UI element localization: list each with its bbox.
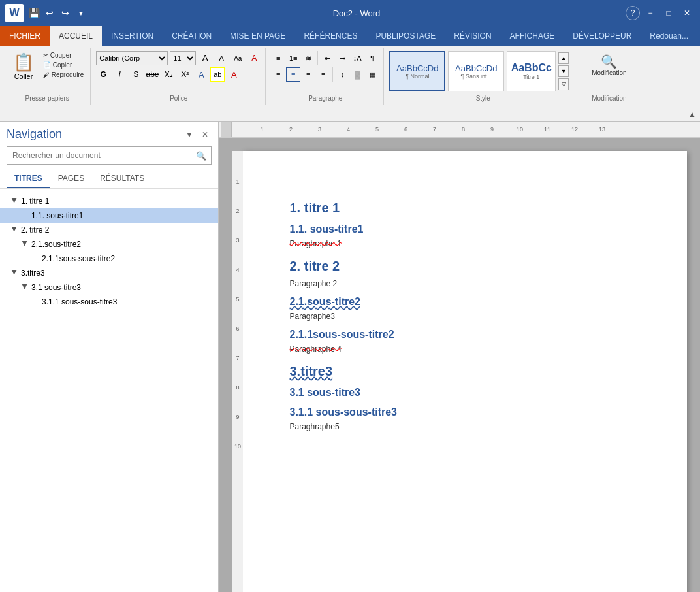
line-spacing-button[interactable]: ↕	[335, 67, 349, 82]
strikethrough-button[interactable]: abc	[145, 67, 159, 82]
save-button[interactable]: 💾	[27, 7, 40, 20]
tree-item-label: 3.1 sous-titre3	[31, 283, 81, 292]
heading-2-sous-titre3: 3.1 sous-titre3	[290, 387, 640, 399]
restore-button[interactable]: □	[661, 5, 676, 21]
show-marks-button[interactable]: ¶	[365, 51, 379, 65]
tab-developpeur[interactable]: DÉVELOPPEUR	[564, 26, 641, 46]
paste-button[interactable]: 📋 Coller	[8, 51, 39, 82]
ribbon: FICHIER ACCUEIL INSERTION CRÉATION MISE …	[0, 26, 700, 122]
tree-item-sous-sous-titre3[interactable]: 3.1.1 sous-sous-titre3	[0, 295, 218, 309]
tree-item-titre1[interactable]: ▶ 1. titre 1	[0, 194, 218, 208]
undo-button[interactable]: ↩	[43, 7, 56, 20]
tab-redouan[interactable]: Redouan...	[641, 26, 697, 46]
para-controls: ≡ 1≡ ≋ ⇤ ⇥ ↕A ¶ ≡ ≡ ≡ ≡	[271, 51, 379, 82]
style-scroll-controls: ▲ ▼ ▽	[558, 52, 569, 90]
multilevel-list-button[interactable]: ≋	[301, 51, 315, 65]
clear-format-button[interactable]: A	[247, 51, 261, 65]
tree-item-sous-titre3[interactable]: ▶ 3.1 sous-titre3	[0, 280, 218, 295]
main-area: Navigation ▼ ✕ 🔍 TITRES PAGES RÉSULTATS …	[0, 122, 700, 592]
style-scroll-down-button[interactable]: ▼	[558, 65, 569, 77]
ribbon-content: 📋 Coller ✂ Couper 📄 Copier 🖌 Reproduire …	[0, 46, 700, 107]
nav-tab-pages[interactable]: PAGES	[50, 170, 92, 188]
tab-affichage[interactable]: AFFICHAGE	[501, 26, 564, 46]
navigation-controls: ▼ ✕	[183, 128, 212, 141]
tree-item-label: 1.1. sous-titre1	[31, 211, 83, 220]
redo-button[interactable]: ↪	[59, 7, 72, 20]
search-icon[interactable]: 🔍	[196, 151, 206, 161]
document-scroll[interactable]: 1 2 3 4 5 6 7 8 9 10 1. titre 1 1.1. sou…	[219, 138, 700, 592]
justify-button[interactable]: ≡	[316, 67, 330, 82]
nav-tab-titres[interactable]: TITRES	[7, 170, 50, 188]
font-family-select[interactable]: Calibri (Corp	[96, 51, 168, 65]
style-sans-interligne-button[interactable]: AaBbCcDd ¶ Sans int...	[448, 51, 504, 91]
tree-item-label: 2.1.sous-titre2	[31, 240, 81, 249]
text-effect-button[interactable]: A	[194, 67, 208, 82]
italic-button[interactable]: I	[112, 67, 127, 82]
copy-button[interactable]: 📄 Copier	[40, 61, 86, 69]
customize-button[interactable]: ▼	[74, 7, 88, 20]
navigation-search-area: 🔍	[0, 144, 218, 170]
tree-item-sous-sous-titre2[interactable]: 2.1.1sous-sous-titre2	[0, 252, 218, 266]
clipboard-group-content: 📋 Coller ✂ Couper 📄 Copier 🖌 Reproduire	[8, 51, 86, 91]
tab-fichier[interactable]: FICHIER	[0, 26, 50, 46]
bold-button[interactable]: G	[96, 67, 110, 82]
navigation-search-input[interactable]	[7, 146, 212, 165]
tree-item-titre2[interactable]: ▶ 2. titre 2	[0, 223, 218, 237]
tab-accueil[interactable]: ACCUEIL	[50, 26, 102, 46]
font-size-decrease-button[interactable]: A	[214, 51, 229, 65]
tab-mise-en-page[interactable]: MISE EN PAGE	[221, 26, 294, 46]
police-group: Calibri (Corp 11 A A Aa A G I S	[92, 48, 266, 105]
tree-item-titre3[interactable]: ▶ 3.titre3	[0, 266, 218, 280]
svg-text:5: 5	[375, 126, 379, 133]
font-row-1: Calibri (Corp 11 A A Aa A	[96, 51, 261, 65]
style-scroll-up-button[interactable]: ▲	[558, 52, 569, 64]
navigation-pin-button[interactable]: ▼	[183, 128, 196, 141]
sort-button[interactable]: ↕A	[350, 51, 364, 65]
navigation-search-wrapper: 🔍	[7, 146, 212, 165]
bullets-button[interactable]: ≡	[271, 51, 285, 65]
border-button[interactable]: ▦	[365, 67, 379, 82]
font-size-increase-button[interactable]: A	[198, 51, 212, 65]
highlight-color-button[interactable]: ab	[210, 67, 225, 82]
increase-indent-button[interactable]: ⇥	[335, 51, 349, 65]
arrow-down-icon: ▶	[22, 284, 29, 291]
para-row-1: ≡ 1≡ ≋ ⇤ ⇥ ↕A ¶	[271, 51, 379, 65]
style-normal-button[interactable]: AaBbCcDd ¶ Normal	[389, 51, 445, 91]
tab-revision[interactable]: RÉVISION	[445, 26, 500, 46]
svg-text:3: 3	[318, 126, 321, 133]
help-button[interactable]: ?	[626, 6, 640, 20]
modification-button[interactable]: 🔍 Modification	[586, 51, 631, 79]
close-button[interactable]: ✕	[679, 5, 695, 21]
subscript-button[interactable]: X₂	[161, 67, 176, 82]
align-right-button[interactable]: ≡	[301, 67, 315, 82]
align-left-button[interactable]: ≡	[271, 67, 285, 82]
tab-publipostage[interactable]: PUBLIPOSTAGE	[366, 26, 445, 46]
underline-button[interactable]: S	[129, 67, 143, 82]
tree-item-sous-titre2[interactable]: ▶ 2.1.sous-titre2	[0, 237, 218, 252]
align-center-button[interactable]: ≡	[286, 67, 300, 82]
font-size-select[interactable]: 11	[170, 51, 196, 65]
cut-button[interactable]: ✂ Couper	[40, 51, 86, 59]
style-titre1-button[interactable]: AaBbCc Titre 1	[507, 51, 556, 91]
vertical-ruler-svg: 1 2 3 4 5 6 7 8 9 10	[232, 151, 243, 592]
navigation-tree: ▶ 1. titre 1 1.1. sous-titre1 ▶ 2. titre…	[0, 189, 218, 592]
font-color-button[interactable]: A	[227, 67, 241, 82]
navigation-close-button[interactable]: ✕	[199, 128, 212, 141]
document-title: Doc2 - Word	[88, 8, 626, 18]
minimize-button[interactable]: −	[643, 5, 658, 21]
style-more-button[interactable]: ▽	[558, 78, 569, 90]
change-case-button[interactable]: Aa	[231, 51, 245, 65]
decrease-indent-button[interactable]: ⇤	[320, 51, 334, 65]
ribbon-collapse-button[interactable]: ▲	[688, 110, 696, 119]
tab-creation[interactable]: CRÉATION	[163, 26, 221, 46]
tab-references[interactable]: RÉFÉRENCES	[294, 26, 366, 46]
arrow-down-icon: ▶	[11, 197, 18, 205]
numbering-button[interactable]: 1≡	[286, 51, 300, 65]
tree-item-sous-titre1[interactable]: 1.1. sous-titre1	[0, 208, 218, 223]
document-page[interactable]: 1. titre 1 1.1. sous-titre1 Paraghraphe …	[243, 151, 687, 592]
superscript-button[interactable]: X²	[178, 67, 192, 82]
nav-tab-resultats[interactable]: RÉSULTATS	[92, 170, 152, 188]
tab-insertion[interactable]: INSERTION	[102, 26, 163, 46]
format-painter-button[interactable]: 🖌 Reproduire	[40, 71, 86, 79]
shading-button[interactable]: ▓	[350, 67, 364, 82]
